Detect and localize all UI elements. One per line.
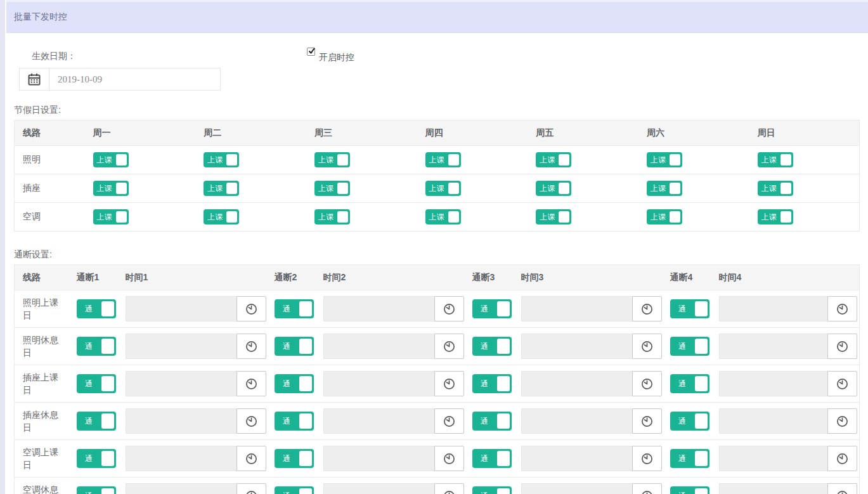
onoff-toggle[interactable]: 通 (670, 486, 709, 494)
time-picker-button[interactable] (827, 408, 857, 434)
time-input[interactable] (521, 446, 632, 471)
time-picker-button[interactable] (434, 446, 464, 471)
time-input[interactable] (126, 296, 236, 322)
onoff-toggle[interactable]: 通 (472, 337, 512, 356)
onoff-toggle[interactable]: 通 (77, 449, 116, 468)
time-input[interactable] (126, 334, 236, 359)
time-input[interactable] (126, 483, 236, 494)
onoff-toggle[interactable]: 通 (670, 449, 709, 468)
class-day-toggle[interactable]: 上课 (536, 152, 571, 167)
time-picker-button[interactable] (434, 408, 464, 434)
time-input[interactable] (323, 371, 434, 396)
class-day-toggle[interactable]: 上课 (758, 152, 793, 167)
time-picker-button[interactable] (236, 446, 266, 471)
time-cell (713, 403, 860, 440)
onoff-toggle[interactable]: 通 (472, 374, 512, 393)
time-input[interactable] (126, 446, 236, 471)
enable-checkbox[interactable] (307, 48, 315, 56)
onoff-toggle[interactable]: 通 (275, 449, 314, 468)
time-picker-button[interactable] (236, 334, 266, 359)
time-input[interactable] (323, 334, 434, 359)
class-day-toggle[interactable]: 上课 (647, 152, 682, 167)
time-picker-button[interactable] (827, 334, 857, 359)
class-day-toggle[interactable]: 上课 (647, 181, 682, 196)
onoff-toggle[interactable]: 通 (472, 486, 512, 494)
time-input[interactable] (521, 334, 632, 359)
time-picker-button[interactable] (632, 483, 662, 494)
time-picker-button[interactable] (236, 371, 266, 396)
onoff-toggle[interactable]: 通 (275, 299, 314, 318)
time-input[interactable] (323, 408, 434, 434)
onoff-toggle[interactable]: 通 (670, 374, 709, 393)
time-input[interactable] (719, 408, 828, 434)
onoff-toggle[interactable]: 通 (472, 299, 512, 318)
onoff-row: 插座休息日通通通通 (15, 403, 860, 440)
onoff-toggle[interactable]: 通 (77, 412, 116, 431)
time-picker-button[interactable] (434, 334, 464, 359)
class-day-toggle[interactable]: 上课 (425, 181, 461, 196)
onoff-toggle[interactable]: 通 (472, 412, 512, 431)
time-picker-button[interactable] (632, 446, 662, 471)
class-day-toggle[interactable]: 上课 (314, 181, 350, 196)
onoff-toggle[interactable]: 通 (77, 299, 116, 318)
onoff-toggle[interactable]: 通 (670, 337, 709, 356)
class-day-toggle[interactable]: 上课 (93, 152, 129, 167)
class-day-toggle[interactable]: 上课 (204, 181, 239, 196)
time-input[interactable] (719, 483, 828, 494)
onoff-toggle[interactable]: 通 (275, 486, 314, 494)
time-picker-button[interactable] (632, 408, 662, 434)
time-picker-button[interactable] (632, 296, 662, 322)
time-picker-button[interactable] (632, 371, 662, 396)
onoff-toggle[interactable]: 通 (275, 337, 314, 356)
class-day-toggle[interactable]: 上课 (758, 181, 793, 196)
onoff-toggle[interactable]: 通 (275, 374, 314, 393)
class-day-toggle[interactable]: 上课 (536, 181, 571, 196)
time-picker-button[interactable] (632, 334, 662, 359)
class-day-toggle[interactable]: 上课 (425, 209, 461, 224)
class-day-toggle[interactable]: 上课 (647, 209, 682, 224)
class-day-toggle[interactable]: 上课 (425, 152, 461, 167)
time-input[interactable] (521, 483, 632, 494)
time-picker-button[interactable] (434, 296, 464, 322)
time-input[interactable] (323, 483, 434, 494)
class-day-toggle[interactable]: 上课 (314, 152, 350, 167)
time-picker-button[interactable] (434, 371, 464, 396)
class-day-toggle[interactable]: 上课 (204, 209, 239, 224)
time-input[interactable] (719, 296, 828, 322)
time-input[interactable] (323, 296, 434, 322)
onoff-toggle[interactable]: 通 (670, 299, 709, 318)
time-picker-button[interactable] (434, 483, 464, 494)
onoff-toggle[interactable]: 通 (77, 486, 116, 494)
time-input[interactable] (719, 371, 828, 396)
time-input[interactable] (521, 296, 632, 322)
toggle-knob (670, 211, 680, 223)
time-picker-button[interactable] (236, 483, 266, 494)
onoff-toggle[interactable]: 通 (670, 412, 709, 431)
onoff-toggle[interactable]: 通 (77, 337, 116, 356)
time-picker-button[interactable] (827, 371, 857, 396)
onoff-toggle[interactable]: 通 (77, 374, 116, 393)
time-picker-button[interactable] (827, 446, 857, 471)
time-input[interactable] (719, 446, 828, 471)
time-picker-button[interactable] (236, 408, 266, 434)
class-day-toggle[interactable]: 上课 (93, 181, 129, 196)
time-picker-button[interactable] (827, 296, 857, 322)
class-day-toggle[interactable]: 上课 (758, 209, 793, 224)
class-day-toggle[interactable]: 上课 (314, 209, 350, 224)
clock-icon (836, 341, 848, 353)
class-day-toggle[interactable]: 上课 (536, 209, 571, 224)
time-picker-button[interactable] (236, 296, 266, 322)
calendar-button[interactable] (20, 68, 49, 90)
time-input[interactable] (521, 408, 632, 434)
onoff-toggle[interactable]: 通 (472, 449, 512, 468)
class-day-toggle[interactable]: 上课 (93, 209, 129, 224)
time-input[interactable] (126, 408, 236, 434)
effective-date-input[interactable] (49, 68, 220, 90)
time-input[interactable] (521, 371, 632, 396)
time-picker-button[interactable] (827, 483, 857, 494)
onoff-toggle[interactable]: 通 (275, 412, 314, 431)
time-input[interactable] (719, 334, 828, 359)
class-day-toggle[interactable]: 上课 (204, 152, 239, 167)
time-input[interactable] (323, 446, 434, 471)
time-input[interactable] (126, 371, 236, 396)
